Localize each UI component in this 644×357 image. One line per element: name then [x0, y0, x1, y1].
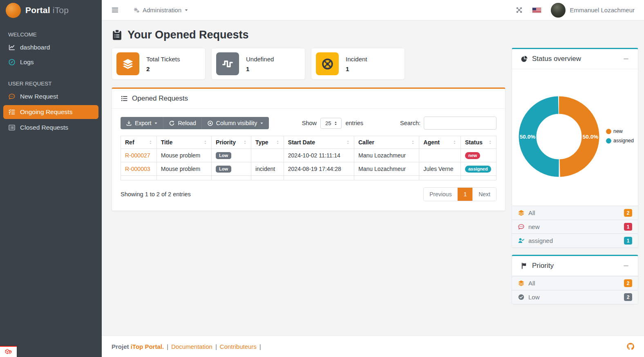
footer-link-documentation[interactable]: Documentation [171, 343, 212, 350]
toolbar-button-group: Export Reload Column [121, 117, 269, 129]
brand-title: Portal iTop [25, 5, 69, 15]
column-header-status[interactable]: Status [461, 136, 496, 149]
cell-ref: R-000027 [121, 149, 157, 162]
main-area: Administration Emmanuel Lozachmeur Your … [102, 0, 644, 357]
page-title: Your Opened Requests [112, 29, 634, 41]
table-row[interactable]: R-000027 Mouse problem Low 2024-10-02 11… [121, 149, 496, 162]
export-button[interactable]: Export [121, 117, 163, 129]
reload-button[interactable]: Reload [163, 117, 201, 129]
sidebar-item-logs[interactable]: Logs [0, 55, 102, 70]
opened-requests-panel: Opened Requests Export [112, 88, 505, 211]
page-length-control: Show 25 entries [302, 118, 363, 129]
card-undefined[interactable]: Undefined 1 [211, 48, 305, 80]
sidebar-item-new-request[interactable]: New Request [0, 89, 102, 104]
sort-icon [242, 140, 248, 145]
column-visibility-button[interactable]: Column visibility [201, 117, 269, 129]
panel-title: Status overview [532, 55, 581, 63]
chevron-down-icon [184, 8, 188, 12]
sidebar-item-ongoing-requests[interactable]: Ongoing Requests [3, 105, 98, 119]
cell-status: new [461, 149, 496, 162]
priority-filter-low[interactable]: Low 2 [512, 290, 638, 304]
table-toolbar: Export Reload Column [121, 117, 496, 130]
comment-dots-icon [8, 93, 16, 100]
app-window: Portal iTop WELCOME dashboard Logs USER … [0, 0, 644, 357]
sort-icon [452, 140, 457, 145]
sidebar-item-label: Closed Requests [20, 124, 68, 131]
page-content: Your Opened Requests Total Tickets 2 [102, 20, 644, 335]
table-footer-row [121, 176, 496, 180]
next-page-button[interactable]: Next [472, 188, 496, 201]
brand-portal: Portal [25, 5, 50, 15]
panel-header: Opened Requests [112, 89, 505, 109]
show-label: Show [302, 120, 317, 126]
github-icon[interactable] [627, 343, 634, 350]
card-tile [216, 52, 239, 75]
request-ref-link[interactable]: R-000027 [125, 152, 150, 159]
priority-filter-all[interactable]: All 2 [512, 276, 638, 290]
panel-title: Priority [532, 262, 554, 270]
search-label: Search: [400, 120, 420, 126]
priority-badge: Low [216, 166, 231, 173]
status-badge: assigned [465, 166, 491, 173]
administration-menu-label: Administration [143, 7, 181, 13]
collapse-icon[interactable] [623, 263, 629, 269]
layers-icon [518, 280, 525, 287]
card-total-tickets[interactable]: Total Tickets 2 [112, 48, 206, 80]
count-badge: 2 [624, 279, 632, 287]
count-badge: 1 [624, 237, 632, 245]
request-ref-link[interactable]: R-000003 [125, 166, 150, 172]
compass-icon [8, 58, 16, 66]
current-page-button[interactable]: 1 [457, 188, 472, 201]
column-header-caller[interactable]: Caller [354, 136, 419, 149]
card-tile [116, 52, 139, 75]
status-filter-assigned[interactable]: assigned 1 [512, 234, 638, 247]
itop-logo-icon [6, 3, 21, 18]
status-filter-new[interactable]: new 1 [512, 220, 638, 234]
sidebar-item-dashboard[interactable]: dashboard [0, 40, 102, 55]
sidebar-item-label: Ongoing Requests [20, 108, 72, 116]
clipboard-list-icon [112, 29, 123, 40]
wheel-icon [321, 57, 334, 71]
download-icon [126, 120, 132, 126]
page-size-select[interactable]: 25 [320, 118, 342, 129]
cell-status: assigned [461, 162, 496, 176]
table-row[interactable]: R-000003 Mouse problem Low incident 2024… [121, 162, 496, 176]
avatar [551, 3, 566, 18]
column-header-start-date[interactable]: Start Date [284, 136, 354, 149]
collapse-icon[interactable] [623, 56, 629, 62]
pagination: Previous 1 Next [423, 187, 496, 201]
sidebar-item-closed-requests[interactable]: Closed Requests [0, 120, 102, 135]
laravel-icon [4, 348, 12, 356]
card-incident[interactable]: Incident 1 [311, 48, 405, 80]
column-header-ref[interactable]: Ref [121, 136, 157, 149]
chart-line-icon [8, 44, 16, 51]
svg-text:50.0%: 50.0% [583, 134, 598, 140]
topbar: Administration Emmanuel Lozachmeur [102, 0, 644, 20]
summary-cards: Total Tickets 2 Undefined 1 [112, 48, 505, 80]
cell-agent [419, 149, 461, 162]
column-header-type[interactable]: Type [251, 136, 284, 149]
status-filter-all[interactable]: All 2 [512, 206, 638, 220]
count-badge: 1 [624, 223, 632, 231]
card-tile [316, 52, 339, 75]
user-menu[interactable]: Emmanuel Lozachmeur [551, 3, 635, 18]
cell-start-date: 2024-08-19 17:44:28 [284, 162, 354, 176]
panel-header: Priority [512, 256, 638, 276]
fullscreen-icon[interactable] [516, 7, 523, 13]
language-flag-us[interactable] [532, 8, 541, 13]
debugbar-toggle[interactable] [0, 346, 17, 357]
table-summary: Showing 1 to 2 of 2 entries [121, 191, 191, 198]
list-alt-icon [8, 124, 16, 131]
previous-page-button[interactable]: Previous [424, 188, 457, 201]
footer-link-contributeurs[interactable]: Contributeurs [220, 343, 257, 350]
sidebar-logo[interactable]: Portal iTop [0, 0, 102, 20]
chevron-down-icon [260, 121, 264, 125]
column-header-title[interactable]: Title [157, 136, 211, 149]
card-label: Incident [346, 56, 367, 63]
hamburger-menu-icon[interactable] [111, 6, 119, 14]
column-header-priority[interactable]: Priority [212, 136, 251, 149]
status-donut-chart: 50.0%50.0% newassigned [512, 69, 638, 206]
search-input[interactable] [424, 117, 496, 130]
administration-menu[interactable]: Administration [133, 7, 188, 13]
column-header-agent[interactable]: Agent [419, 136, 461, 149]
